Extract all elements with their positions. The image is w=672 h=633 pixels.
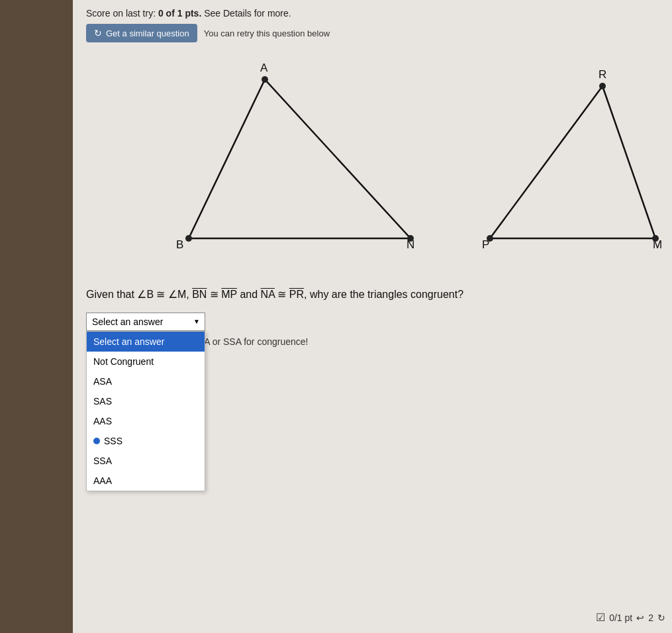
- svg-point-1: [262, 76, 268, 83]
- dropdown-item-asa[interactable]: ASA: [87, 371, 205, 391]
- refresh-badge-icon[interactable]: ↻: [657, 612, 665, 623]
- svg-point-6: [487, 235, 493, 242]
- dropdown-item-aaa[interactable]: AAA: [87, 471, 205, 491]
- refresh-icon: ↻: [94, 28, 102, 38]
- sidebar: [0, 0, 73, 633]
- similar-question-bar: ↻ Get a similar question You can retry t…: [86, 24, 659, 42]
- dropdown-item-label: SSS: [104, 436, 122, 446]
- undo-icon[interactable]: ↩: [636, 612, 644, 623]
- svg-marker-4: [490, 86, 655, 238]
- vertex-A: A: [260, 62, 268, 74]
- question-text: Given that ∠B ≅ ∠M, BN ≅ MP and NA ≅ PR,…: [86, 286, 659, 303]
- svg-point-5: [599, 83, 606, 89]
- dropdown-item-ssa[interactable]: SSA: [87, 451, 205, 471]
- retry-text: You can retry this question below: [204, 28, 330, 38]
- similar-question-button[interactable]: ↻ Get a similar question: [86, 24, 197, 42]
- dropdown-item-label: SSA: [93, 456, 112, 466]
- dropdown-item-label: SAS: [93, 396, 112, 407]
- svg-point-3: [407, 235, 414, 242]
- checkmark-icon: ☑: [596, 611, 605, 624]
- dropdown-item-sas[interactable]: SAS: [87, 391, 205, 411]
- score-badge: ☑ 0/1 pt ↩ 2 ↻: [596, 611, 665, 624]
- svg-point-2: [185, 235, 192, 242]
- dropdown-item-label: Not Congruent: [93, 356, 154, 367]
- select-trigger-label: Select an answer: [92, 316, 163, 327]
- dropdown-item-select-answer[interactable]: Select an answer: [87, 332, 205, 352]
- score-badge-value: 0/1 pt: [609, 612, 632, 623]
- svg-marker-0: [189, 79, 410, 238]
- dropdown-item-label: AAS: [93, 416, 112, 426]
- undo-count: 2: [648, 612, 653, 623]
- dropdown-item-aas[interactable]: AAS: [87, 411, 205, 431]
- bullet-icon: [93, 438, 100, 444]
- select-dropdown-wrapper[interactable]: Select an answer Select an answer Not Co…: [86, 313, 205, 331]
- segment-PR: PR: [289, 289, 304, 300]
- select-trigger[interactable]: Select an answer: [86, 313, 205, 331]
- main-content: Score on last try: 0 of 1 pts. See Detai…: [73, 0, 672, 633]
- dropdown-item-not-congruent[interactable]: Not Congruent: [87, 352, 205, 371]
- dropdown-item-label: AAA: [93, 475, 112, 486]
- dropdown-item-label: Select an answer: [93, 336, 164, 347]
- vertex-R: R: [599, 68, 606, 81]
- score-line: Score on last try: 0 of 1 pts. See Detai…: [86, 8, 659, 19]
- segment-BN: BN: [192, 289, 207, 300]
- similar-btn-label: Get a similar question: [106, 28, 189, 38]
- segment-NA: NA: [261, 289, 275, 300]
- score-value: 0 of 1 pts.: [158, 8, 201, 19]
- vertex-B: B: [176, 238, 183, 251]
- dropdown-item-label: ASA: [93, 376, 112, 387]
- segment-MP: MP: [221, 289, 237, 300]
- dropdown-item-sss[interactable]: SSS: [87, 431, 205, 451]
- diagram-area: A B N R P M: [86, 53, 659, 278]
- dropdown-menu: Select an answer Not Congruent ASA SAS A…: [86, 331, 205, 491]
- svg-point-7: [652, 235, 659, 242]
- triangles-diagram: A B N R P M: [86, 53, 662, 271]
